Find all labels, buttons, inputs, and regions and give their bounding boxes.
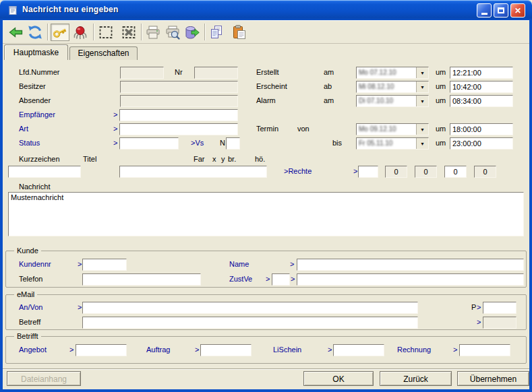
zustve2-input[interactable] [297, 273, 524, 286]
termin-von-label: von [297, 125, 309, 133]
email-group-title: eMail [14, 290, 37, 298]
rechnung-input[interactable] [459, 344, 510, 356]
an-von-lookup-arrow[interactable]: > [78, 303, 82, 311]
tab-hauptmaske[interactable]: Hauptmaske [4, 44, 68, 60]
kunde-group-title: Kunde [14, 247, 41, 255]
betrifft-group-title: Betrifft [14, 332, 41, 340]
lischein-label[interactable]: LiSchein [273, 346, 301, 354]
lischein-input[interactable] [333, 344, 384, 356]
window-frame-left [0, 20, 3, 392]
termin-von-time-input[interactable] [450, 123, 513, 135]
lischein-lookup-arrow[interactable]: > [328, 346, 332, 354]
betreff2-lookup-arrow[interactable]: > [477, 318, 481, 326]
chevron-down-icon[interactable]: ▼ [416, 81, 428, 92]
paste-button[interactable] [230, 24, 249, 41]
selection-button[interactable] [96, 24, 115, 41]
termin-bis-date-combo[interactable]: Fr 05.11.10 ▼ [356, 137, 429, 150]
auftrag-input[interactable] [200, 344, 252, 356]
name-input[interactable] [297, 259, 524, 271]
zurueck-button[interactable]: Zurück [380, 371, 452, 386]
copy-icon [208, 24, 225, 40]
chevron-down-icon[interactable]: ▼ [416, 124, 428, 135]
zustve-lookup-arrow[interactable]: > [266, 275, 270, 283]
titel-label: Titel [83, 155, 96, 163]
kundennr-lookup-arrow[interactable]: > [78, 260, 82, 268]
far-label: Far [194, 155, 205, 163]
rechte-flag-3[interactable] [444, 166, 467, 178]
rechte-input[interactable] [358, 166, 378, 178]
empfaenger-input[interactable] [119, 109, 238, 121]
vs-input[interactable] [226, 137, 240, 150]
titel-input[interactable] [119, 166, 267, 178]
print-preview-button[interactable] [163, 24, 182, 41]
p-input[interactable] [483, 302, 516, 314]
zustve-label[interactable]: ZustVe [229, 275, 252, 283]
back-button[interactable] [7, 24, 26, 41]
angebot-lookup-arrow[interactable]: > [69, 346, 73, 354]
copy-button[interactable] [207, 24, 226, 41]
print-button[interactable] [144, 24, 162, 41]
nachricht-textarea[interactable]: Musternachricht [8, 192, 524, 236]
p-lookup-arrow[interactable]: > [477, 303, 481, 311]
empfaenger-lookup-arrow[interactable]: > [113, 110, 117, 119]
rechnung-label[interactable]: Rechnung [397, 346, 431, 354]
art-lookup-arrow[interactable]: > [113, 125, 117, 133]
an-von-input[interactable] [82, 302, 418, 314]
print-preview-icon [165, 24, 181, 40]
tab-eigenschaften[interactable]: Eigenschaften [69, 46, 138, 60]
kundennr-input[interactable] [82, 259, 127, 271]
art-input[interactable] [119, 123, 238, 135]
zustve-input[interactable] [272, 273, 290, 286]
betreff2-input [483, 317, 516, 329]
telefon-input[interactable] [82, 273, 201, 286]
db-export-button[interactable] [182, 24, 201, 41]
bug-button[interactable] [71, 24, 90, 41]
angebot-input[interactable] [76, 344, 127, 356]
status-label[interactable]: Status [19, 139, 40, 147]
rechnung-lookup-arrow[interactable]: > [453, 346, 457, 354]
art-label[interactable]: Art [19, 125, 28, 133]
ok-button[interactable]: OK [303, 371, 374, 386]
dateianhang-button[interactable]: Dateianhang [7, 371, 81, 386]
alarm-time-input[interactable] [450, 95, 513, 107]
termin-bis-time-input[interactable] [450, 137, 513, 150]
name-lookup-arrow[interactable]: > [290, 260, 294, 268]
close-button[interactable]: ✕ [510, 3, 525, 18]
zustve2-lookup-arrow[interactable]: > [291, 275, 295, 283]
termin-bis-label: bis [332, 139, 342, 147]
key-button[interactable] [51, 24, 69, 41]
erstellt-date-combo[interactable]: Mo 07.12.10 ▼ [356, 67, 429, 79]
chevron-down-icon[interactable]: ▼ [416, 96, 428, 106]
refresh-button[interactable] [26, 24, 45, 41]
angebot-label[interactable]: Angebot [19, 346, 47, 354]
erscheint-time-input[interactable] [450, 81, 513, 93]
telefon-label: Telefon [19, 275, 42, 283]
maximize-button[interactable] [494, 3, 508, 18]
empfaenger-label[interactable]: Empfänger [19, 110, 55, 119]
erstellt-time-input[interactable] [450, 67, 513, 79]
name-label[interactable]: Name [229, 260, 249, 268]
auftrag-lookup-arrow[interactable]: > [195, 346, 199, 354]
status-input[interactable] [119, 137, 179, 150]
erscheint-date-combo[interactable]: Mi 08.12.10 ▼ [356, 81, 429, 93]
alarm-date-combo[interactable]: Di 07.10.10 ▼ [356, 95, 429, 107]
betreff-input[interactable] [82, 317, 418, 329]
an-von-label[interactable]: An/Von [19, 303, 42, 311]
uebernehmen-button[interactable]: Übernehmen [457, 371, 529, 386]
clear-selection-button[interactable] [119, 24, 138, 41]
status-lookup-arrow[interactable]: > [113, 139, 117, 147]
absender-label: Absender [19, 96, 51, 104]
print-icon [145, 24, 161, 40]
erscheint-date-value: Mi 08.12.10 [357, 81, 416, 92]
minimize-button[interactable] [477, 3, 492, 18]
kurzzeichen-input[interactable] [8, 166, 81, 178]
kundennr-label[interactable]: Kundennr [19, 260, 51, 268]
chevron-down-icon[interactable]: ▼ [416, 138, 428, 149]
vs-label[interactable]: >Vs [191, 139, 204, 147]
auftrag-label[interactable]: Auftrag [146, 346, 170, 354]
termin-von-date-combo[interactable]: Mo 09.12.10 ▼ [356, 123, 429, 135]
rechte-lookup-arrow[interactable]: > [353, 167, 357, 175]
window-frame-right [529, 20, 532, 392]
chevron-down-icon[interactable]: ▼ [416, 67, 428, 78]
rechte-label[interactable]: >Rechte [284, 167, 312, 175]
